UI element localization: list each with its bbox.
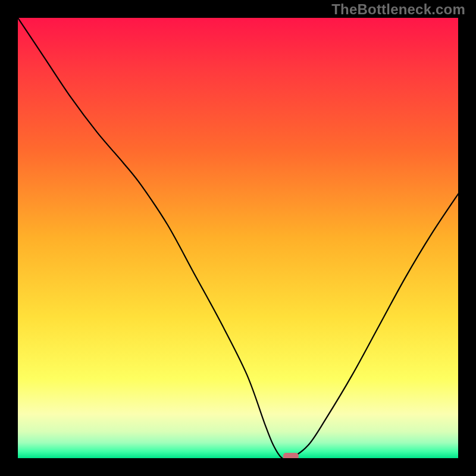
optimal-marker xyxy=(283,453,299,458)
bottleneck-chart xyxy=(18,18,458,458)
watermark-text: TheBottleneck.com xyxy=(331,1,465,18)
plot-area xyxy=(18,18,458,458)
chart-frame: TheBottleneck.com xyxy=(0,0,476,476)
gradient-background xyxy=(18,18,458,458)
